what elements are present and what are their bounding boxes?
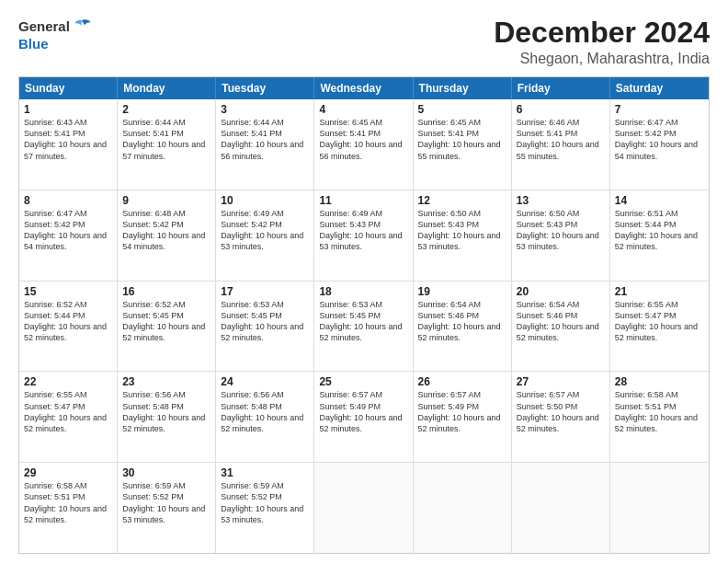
day-number: 11 (319, 194, 407, 207)
calendar-cell (314, 463, 413, 553)
logo-blue: Blue (18, 37, 49, 52)
calendar-cell: 7Sunrise: 6:47 AM Sunset: 5:42 PM Daylig… (610, 99, 709, 190)
calendar-cell: 4Sunrise: 6:45 AM Sunset: 5:41 PM Daylig… (314, 99, 413, 190)
cell-details: Sunrise: 6:52 AM Sunset: 5:45 PM Dayligh… (122, 299, 210, 344)
calendar-week-row: 1Sunrise: 6:43 AM Sunset: 5:41 PM Daylig… (19, 99, 709, 190)
calendar-cell (610, 463, 709, 553)
calendar-day-header: Friday (512, 77, 610, 99)
calendar-cell: 8Sunrise: 6:47 AM Sunset: 5:42 PM Daylig… (19, 190, 118, 281)
cell-details: Sunrise: 6:59 AM Sunset: 5:52 PM Dayligh… (221, 480, 309, 525)
calendar-cell: 31Sunrise: 6:59 AM Sunset: 5:52 PM Dayli… (216, 463, 314, 553)
cell-details: Sunrise: 6:57 AM Sunset: 5:49 PM Dayligh… (319, 389, 407, 434)
day-number: 28 (615, 375, 704, 388)
calendar-week-row: 15Sunrise: 6:52 AM Sunset: 5:44 PM Dayli… (19, 282, 709, 373)
logo-general: General (18, 19, 70, 35)
cell-details: Sunrise: 6:55 AM Sunset: 5:47 PM Dayligh… (615, 299, 704, 344)
day-number: 22 (24, 375, 112, 388)
calendar-cell: 19Sunrise: 6:54 AM Sunset: 5:46 PM Dayli… (414, 282, 512, 372)
main-title: December 2024 (494, 17, 710, 49)
subtitle: Shegaon, Maharashtra, India (494, 51, 710, 67)
calendar-cell: 15Sunrise: 6:52 AM Sunset: 5:44 PM Dayli… (19, 282, 118, 372)
calendar-cell: 11Sunrise: 6:49 AM Sunset: 5:43 PM Dayli… (314, 190, 413, 281)
calendar-body: 1Sunrise: 6:43 AM Sunset: 5:41 PM Daylig… (19, 99, 709, 553)
calendar-cell: 29Sunrise: 6:58 AM Sunset: 5:51 PM Dayli… (19, 463, 118, 553)
day-number: 15 (24, 285, 112, 298)
calendar-day-header: Thursday (414, 77, 512, 99)
day-number: 13 (517, 194, 605, 207)
cell-details: Sunrise: 6:49 AM Sunset: 5:43 PM Dayligh… (319, 208, 407, 253)
day-number: 18 (319, 285, 407, 298)
calendar-cell: 30Sunrise: 6:59 AM Sunset: 5:52 PM Dayli… (118, 463, 216, 553)
calendar-cell: 26Sunrise: 6:57 AM Sunset: 5:49 PM Dayli… (414, 372, 512, 462)
cell-details: Sunrise: 6:57 AM Sunset: 5:49 PM Dayligh… (418, 389, 506, 434)
day-number: 20 (517, 285, 605, 298)
calendar-cell: 27Sunrise: 6:57 AM Sunset: 5:50 PM Dayli… (512, 372, 610, 462)
day-number: 9 (122, 194, 210, 207)
day-number: 8 (24, 194, 112, 207)
calendar-cell: 22Sunrise: 6:55 AM Sunset: 5:47 PM Dayli… (19, 372, 118, 462)
calendar-cell: 14Sunrise: 6:51 AM Sunset: 5:44 PM Dayli… (610, 190, 709, 281)
cell-details: Sunrise: 6:55 AM Sunset: 5:47 PM Dayligh… (24, 389, 112, 434)
cell-details: Sunrise: 6:52 AM Sunset: 5:44 PM Dayligh… (24, 299, 112, 344)
day-number: 1 (24, 103, 112, 116)
calendar-cell: 18Sunrise: 6:53 AM Sunset: 5:45 PM Dayli… (314, 282, 413, 372)
day-number: 19 (418, 285, 506, 298)
day-number: 6 (517, 103, 605, 116)
cell-details: Sunrise: 6:59 AM Sunset: 5:52 PM Dayligh… (122, 480, 210, 525)
day-number: 3 (221, 103, 309, 116)
day-number: 2 (122, 103, 210, 116)
day-number: 14 (615, 194, 704, 207)
calendar-cell: 2Sunrise: 6:44 AM Sunset: 5:41 PM Daylig… (118, 99, 216, 190)
title-block: December 2024 Shegaon, Maharashtra, Indi… (494, 17, 710, 67)
cell-details: Sunrise: 6:50 AM Sunset: 5:43 PM Dayligh… (517, 208, 605, 253)
calendar-cell: 23Sunrise: 6:56 AM Sunset: 5:48 PM Dayli… (118, 372, 216, 462)
calendar-week-row: 29Sunrise: 6:58 AM Sunset: 5:51 PM Dayli… (19, 463, 709, 553)
calendar-cell: 24Sunrise: 6:56 AM Sunset: 5:48 PM Dayli… (216, 372, 314, 462)
day-number: 10 (221, 194, 309, 207)
calendar-cell: 13Sunrise: 6:50 AM Sunset: 5:43 PM Dayli… (512, 190, 610, 281)
cell-details: Sunrise: 6:54 AM Sunset: 5:46 PM Dayligh… (517, 299, 605, 344)
cell-details: Sunrise: 6:56 AM Sunset: 5:48 PM Dayligh… (122, 389, 210, 434)
day-number: 27 (517, 375, 605, 388)
calendar-week-row: 8Sunrise: 6:47 AM Sunset: 5:42 PM Daylig… (19, 190, 709, 282)
day-number: 5 (418, 103, 506, 116)
cell-details: Sunrise: 6:45 AM Sunset: 5:41 PM Dayligh… (418, 117, 506, 162)
calendar-cell: 12Sunrise: 6:50 AM Sunset: 5:43 PM Dayli… (414, 190, 512, 281)
cell-details: Sunrise: 6:47 AM Sunset: 5:42 PM Dayligh… (615, 117, 704, 162)
cell-details: Sunrise: 6:53 AM Sunset: 5:45 PM Dayligh… (319, 299, 407, 344)
day-number: 7 (615, 103, 704, 116)
calendar-day-header: Sunday (19, 77, 118, 99)
calendar-cell: 1Sunrise: 6:43 AM Sunset: 5:41 PM Daylig… (19, 99, 118, 190)
calendar-day-header: Tuesday (216, 77, 314, 99)
calendar-day-header: Wednesday (314, 77, 413, 99)
day-number: 16 (122, 285, 210, 298)
cell-details: Sunrise: 6:56 AM Sunset: 5:48 PM Dayligh… (221, 389, 309, 434)
calendar-cell: 21Sunrise: 6:55 AM Sunset: 5:47 PM Dayli… (610, 282, 709, 372)
cell-details: Sunrise: 6:50 AM Sunset: 5:43 PM Dayligh… (418, 208, 506, 253)
calendar-cell: 5Sunrise: 6:45 AM Sunset: 5:41 PM Daylig… (414, 99, 512, 190)
calendar-day-header: Saturday (610, 77, 709, 99)
cell-details: Sunrise: 6:49 AM Sunset: 5:42 PM Dayligh… (221, 208, 309, 253)
cell-details: Sunrise: 6:58 AM Sunset: 5:51 PM Dayligh… (615, 389, 704, 434)
logo-bird-icon (72, 17, 92, 37)
calendar-cell: 20Sunrise: 6:54 AM Sunset: 5:46 PM Dayli… (512, 282, 610, 372)
cell-details: Sunrise: 6:47 AM Sunset: 5:42 PM Dayligh… (24, 208, 112, 253)
logo: General Blue (18, 17, 92, 52)
cell-details: Sunrise: 6:45 AM Sunset: 5:41 PM Dayligh… (319, 117, 407, 162)
calendar-day-header: Monday (118, 77, 216, 99)
day-number: 25 (319, 375, 407, 388)
cell-details: Sunrise: 6:44 AM Sunset: 5:41 PM Dayligh… (221, 117, 309, 162)
header: General Blue December 2024 Shegaon, Maha… (18, 17, 710, 67)
day-number: 30 (122, 466, 210, 479)
cell-details: Sunrise: 6:53 AM Sunset: 5:45 PM Dayligh… (221, 299, 309, 344)
day-number: 24 (221, 375, 309, 388)
cell-details: Sunrise: 6:44 AM Sunset: 5:41 PM Dayligh… (122, 117, 210, 162)
cell-details: Sunrise: 6:48 AM Sunset: 5:42 PM Dayligh… (122, 208, 210, 253)
calendar-cell: 9Sunrise: 6:48 AM Sunset: 5:42 PM Daylig… (118, 190, 216, 281)
cell-details: Sunrise: 6:54 AM Sunset: 5:46 PM Dayligh… (418, 299, 506, 344)
day-number: 29 (24, 466, 112, 479)
day-number: 26 (418, 375, 506, 388)
calendar-cell: 17Sunrise: 6:53 AM Sunset: 5:45 PM Dayli… (216, 282, 314, 372)
cell-details: Sunrise: 6:51 AM Sunset: 5:44 PM Dayligh… (615, 208, 704, 253)
calendar-cell (414, 463, 512, 553)
